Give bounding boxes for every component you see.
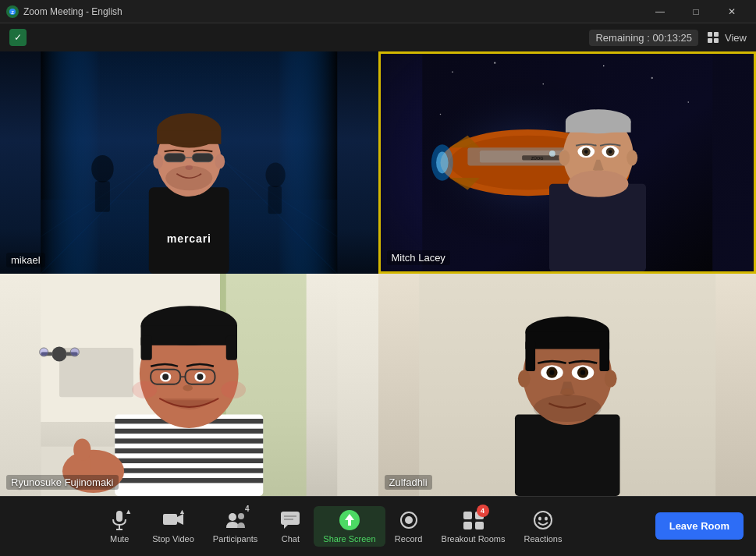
svg-marker-129 (284, 525, 288, 529)
svg-point-97 (52, 346, 67, 361)
window-controls: — □ ✕ (642, 0, 750, 23)
mute-label: Mute (110, 534, 129, 544)
svg-rect-109 (525, 341, 535, 372)
info-bar: ✓ Remaining : 00:13:25 View (0, 23, 756, 51)
svg-rect-13 (149, 187, 229, 274)
svg-point-45 (549, 151, 555, 157)
svg-point-56 (626, 150, 637, 165)
mute-button[interactable]: ▲ Mute (96, 506, 143, 547)
svg-rect-128 (281, 512, 300, 525)
svg-point-127 (238, 513, 244, 519)
reactions-icon: + (532, 509, 554, 531)
toolbar: ▲ Mute ▲ Stop Video (0, 496, 756, 555)
participant-name-mitch: Mitch Lacey (387, 250, 450, 265)
share-screen-button[interactable]: Share Screen (314, 506, 385, 547)
svg-rect-10 (95, 181, 110, 212)
svg-rect-110 (599, 341, 609, 372)
participants-button[interactable]: 4 Participants (204, 506, 267, 547)
svg-point-94 (183, 385, 193, 391)
mute-icon: ▲ (108, 509, 130, 531)
svg-rect-77 (115, 478, 263, 483)
share-screen-icon (339, 509, 360, 531)
svg-rect-74 (115, 448, 263, 453)
svg-point-25 (165, 165, 212, 190)
breakout-rooms-button[interactable]: 4 Breakout Rooms (432, 506, 515, 547)
svg-rect-85 (141, 335, 152, 360)
svg-rect-121 (116, 511, 122, 522)
svg-rect-73 (115, 438, 263, 443)
svg-point-126 (229, 513, 236, 521)
svg-point-80 (73, 438, 91, 461)
svg-point-9 (91, 155, 114, 182)
record-icon (398, 509, 420, 531)
svg-point-120 (533, 395, 601, 422)
svg-rect-84 (141, 326, 238, 345)
svg-text:mercari: mercari (167, 232, 211, 245)
svg-text:+: + (548, 512, 552, 519)
video-grid: mercari mikael (0, 51, 756, 496)
video-cell-mikael: mercari mikael (0, 51, 378, 274)
svg-rect-136 (463, 512, 472, 519)
svg-rect-12 (268, 186, 282, 214)
svg-point-142 (545, 516, 548, 520)
svg-rect-138 (463, 522, 472, 529)
breakout-icon: 4 (463, 509, 484, 531)
svg-point-93 (197, 374, 204, 380)
svg-rect-104 (514, 415, 619, 497)
svg-point-111 (517, 370, 530, 388)
security-shield: ✓ (9, 29, 27, 46)
chat-icon (279, 509, 301, 531)
participant-name-mikael: mikael (6, 253, 45, 267)
svg-point-31 (602, 66, 604, 67)
svg-point-91 (162, 374, 169, 380)
svg-rect-86 (226, 335, 237, 360)
svg-rect-18 (157, 130, 221, 143)
svg-rect-124 (163, 514, 177, 525)
svg-point-20 (215, 154, 225, 168)
svg-point-118 (580, 370, 584, 375)
participant-name-zulfadhli: Zulfadhli (385, 475, 432, 490)
svg-rect-54 (565, 122, 630, 133)
record-label: Record (395, 534, 422, 544)
svg-point-95 (132, 381, 157, 398)
close-button[interactable]: ✕ (714, 0, 750, 23)
video-cell-ryunosuke: Ryunosuke Fujinomaki (0, 274, 378, 496)
svg-rect-75 (115, 459, 263, 463)
participants-icon: 4 (225, 509, 247, 531)
title-bar: Z Zoom Meeting - English — □ ✕ (0, 0, 756, 23)
app-icon: Z (6, 5, 19, 18)
remaining-time: Remaining : 00:13:25 (589, 30, 698, 46)
minimize-button[interactable]: — (642, 0, 678, 23)
svg-text:Z: Z (11, 9, 14, 14)
stop-video-button[interactable]: ▲ Stop Video (143, 506, 204, 547)
grid-icon (708, 32, 719, 43)
svg-point-30 (542, 83, 544, 85)
reactions-label: Reactions (524, 534, 563, 544)
info-bar-right: Remaining : 00:13:25 View (589, 30, 747, 46)
svg-point-135 (405, 516, 413, 524)
reactions-button[interactable]: + Reactions (515, 506, 572, 547)
svg-rect-21 (165, 154, 186, 162)
svg-text:ZÜOG: ZÜOG (531, 156, 543, 161)
svg-point-33 (687, 101, 689, 103)
svg-point-101 (70, 348, 79, 356)
svg-point-141 (538, 516, 541, 520)
record-button[interactable]: Record (385, 506, 432, 547)
maximize-button[interactable]: □ (678, 0, 714, 23)
svg-point-11 (265, 163, 285, 188)
share-screen-label: Share Screen (323, 534, 375, 544)
svg-rect-139 (475, 522, 484, 529)
shield-icon: ✓ (9, 29, 27, 46)
svg-point-32 (651, 77, 652, 79)
chat-label: Chat (282, 534, 300, 544)
leave-room-button[interactable]: Leave Room (655, 512, 744, 540)
chat-button[interactable]: Chat (267, 506, 314, 547)
participants-count: 4 (245, 505, 250, 513)
svg-point-55 (559, 150, 570, 165)
svg-rect-22 (192, 154, 213, 162)
svg-point-96 (221, 381, 246, 398)
camera-icon: ▲ (162, 509, 184, 531)
svg-rect-108 (525, 331, 609, 349)
svg-point-62 (608, 150, 612, 154)
view-button[interactable]: View (708, 32, 747, 44)
